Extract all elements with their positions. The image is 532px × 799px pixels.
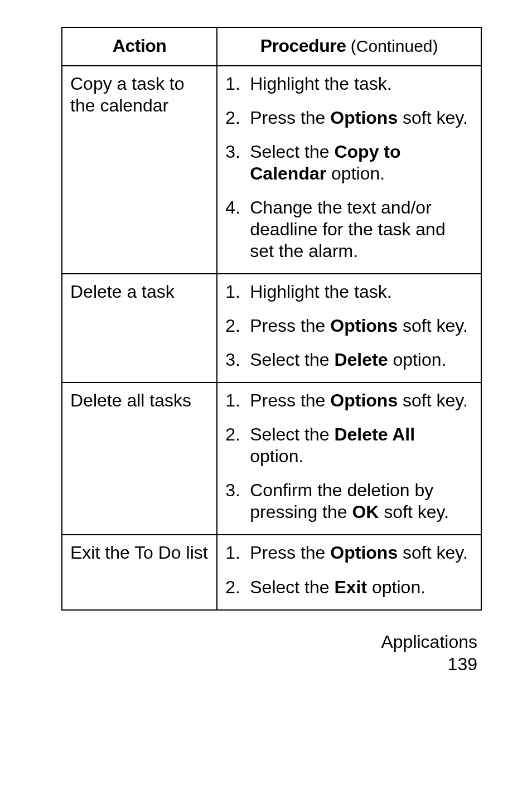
table-header-row: Action Procedure (Continued) [62,27,481,66]
action-cell: Exit the To Do list [62,535,217,609]
step-text-pre: Select the [250,142,334,162]
step-text-pre: Change the text and/or deadline for the … [250,197,445,261]
step-text-pre: Select the [250,424,334,444]
action-cell: Copy a task to the calendar [62,66,217,274]
step-item: Press the Options soft key. [225,107,473,129]
table-row: Copy a task to the calendar Highlight th… [62,66,481,274]
table-row: Exit the To Do list Press the Options so… [62,535,481,609]
step-item: Highlight the task. [225,281,473,303]
step-text-bold: Options [330,543,398,563]
step-text-bold: Delete All [334,424,415,444]
footer-section: Applications [61,631,477,653]
step-item: Confirm the deletion by pressing the OK … [225,480,473,523]
step-item: Select the Exit option. [225,577,473,598]
procedure-cell: Highlight the task. Press the Options so… [217,66,481,274]
step-item: Select the Delete All option. [225,424,473,467]
table-row: Delete a task Highlight the task. Press … [62,274,481,382]
step-text-post: soft key. [398,316,468,336]
step-text-bold: Delete [334,350,388,370]
step-text-post: soft key. [398,543,468,563]
step-text-post: option. [326,163,385,183]
step-text-bold: OK [352,502,379,522]
step-text-bold: Options [330,390,398,410]
step-item: Press the Options soft key. [225,315,473,337]
step-text-pre: Press the [250,390,330,410]
step-text-post: soft key. [379,502,449,522]
page: Action Procedure (Continued) Copy a task… [0,0,532,698]
step-text-post: soft key. [398,108,468,128]
step-item: Press the Options soft key. [225,542,473,564]
step-item: Press the Options soft key. [225,390,473,411]
step-text-pre: Press the [250,316,330,336]
procedure-cell: Press the Options soft key. Select the D… [217,382,481,535]
step-text-post: option. [250,446,303,466]
step-list: Highlight the task. Press the Options so… [225,281,473,371]
step-text-bold: Options [330,108,398,128]
step-text-bold: Exit [334,577,367,597]
step-item: Change the text and/or deadline for the … [225,197,473,262]
procedure-cell: Press the Options soft key. Select the E… [217,535,481,609]
header-procedure-tail: (Continued) [346,37,438,55]
step-text-post: option. [367,577,425,597]
step-text-pre: Select the [250,350,334,370]
step-text-pre: Press the [250,543,330,563]
action-cell: Delete a task [62,274,217,382]
header-action: Action [62,27,217,66]
step-text-pre: Highlight the task. [250,74,391,94]
footer-page-number: 139 [61,653,477,675]
step-text-pre: Select the [250,577,334,597]
step-text-pre: Press the [250,108,330,128]
step-item: Select the Copy to Calendar option. [225,141,473,185]
step-list: Press the Options soft key. Select the E… [225,542,473,598]
page-footer: Applications 139 [61,631,482,675]
step-list: Highlight the task. Press the Options so… [225,73,473,262]
header-procedure: Procedure (Continued) [217,27,481,66]
step-text-post: soft key. [398,390,468,410]
header-action-label: Action [113,36,167,56]
step-text-bold: Options [330,316,398,336]
header-procedure-bold: Procedure [260,36,346,56]
step-text-pre: Highlight the task. [250,282,391,302]
procedure-table: Action Procedure (Continued) Copy a task… [61,27,482,611]
step-list: Press the Options soft key. Select the D… [225,390,473,523]
procedure-cell: Highlight the task. Press the Options so… [217,274,481,382]
step-text-post: option. [388,350,446,370]
table-row: Delete all tasks Press the Options soft … [62,382,481,535]
step-item: Highlight the task. [225,73,473,95]
step-item: Select the Delete option. [225,349,473,371]
action-cell: Delete all tasks [62,382,217,535]
